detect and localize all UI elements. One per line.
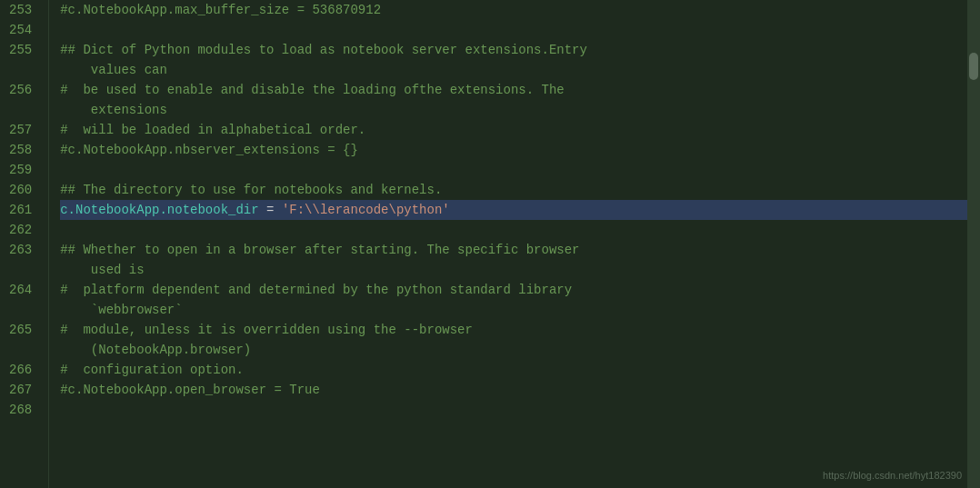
line-num-264: 264 [9, 280, 39, 300]
line-num-268: 268 [9, 400, 39, 420]
line-num-253: 253 [9, 0, 39, 20]
code-line-256a: # be used to enable and disable the load… [60, 80, 980, 100]
code-content: 253 254 255 256 257 258 259 260 261 262 … [0, 0, 980, 488]
code-editor: 253 254 255 256 257 258 259 260 261 262 … [0, 0, 980, 488]
code-line-264a: # platform dependent and determined by t… [60, 280, 980, 300]
line-num-259: 259 [9, 160, 39, 180]
line-num-255b [9, 60, 39, 80]
line-num-265b [9, 340, 39, 360]
code-line-260: ## The directory to use for notebooks an… [60, 180, 980, 200]
line-num-254: 254 [9, 20, 39, 40]
code-lines: #c.NotebookApp.max_buffer_size = 5368709… [49, 0, 980, 488]
code-line-255b: values can [60, 60, 980, 80]
line-num-267: 267 [9, 380, 39, 400]
line-num-255: 255 [9, 40, 39, 60]
code-line-263b: used is [60, 260, 980, 280]
code-line-254 [60, 20, 980, 40]
line-num-263: 263 [9, 240, 39, 260]
code-line-257: # will be loaded in alphabetical order. [60, 120, 980, 140]
code-line-265a: # module, unless it is overridden using … [60, 320, 980, 340]
code-line-255a: ## Dict of Python modules to load as not… [60, 40, 980, 60]
line-numbers: 253 254 255 256 257 258 259 260 261 262 … [0, 0, 49, 488]
code-line-262 [60, 220, 980, 240]
line-num-262: 262 [9, 220, 39, 240]
code-line-263a: ## Whether to open in a browser after st… [60, 240, 980, 260]
line-num-256b [9, 100, 39, 120]
code-line-258: #c.NotebookApp.nbserver_extensions = {} [60, 140, 980, 160]
line-num-256: 256 [9, 80, 39, 100]
watermark: https://blog.csdn.net/hyt182390 [823, 470, 962, 481]
scrollbar-thumb[interactable] [969, 53, 978, 80]
code-line-266: # configuration option. [60, 360, 980, 380]
code-line-261: c.NotebookApp.notebook_dir = 'F:\\leranc… [60, 200, 980, 220]
line-num-257: 257 [9, 120, 39, 140]
scrollbar[interactable] [967, 0, 980, 488]
line-num-261: 261 [9, 200, 39, 220]
line-num-260: 260 [9, 180, 39, 200]
code-line-267: #c.NotebookApp.open_browser = True [60, 380, 980, 400]
line-num-265: 265 [9, 320, 39, 340]
line-num-263b [9, 260, 39, 280]
line-num-258: 258 [9, 140, 39, 160]
code-line-259 [60, 160, 980, 180]
line-num-264b [9, 300, 39, 320]
code-line-268 [60, 400, 980, 420]
line-num-266: 266 [9, 360, 39, 380]
code-line-256b: extensions [60, 100, 980, 120]
code-line-264b: `webbrowser` [60, 300, 980, 320]
code-line-265b: (NotebookApp.browser) [60, 340, 980, 360]
code-line-253: #c.NotebookApp.max_buffer_size = 5368709… [60, 0, 980, 20]
